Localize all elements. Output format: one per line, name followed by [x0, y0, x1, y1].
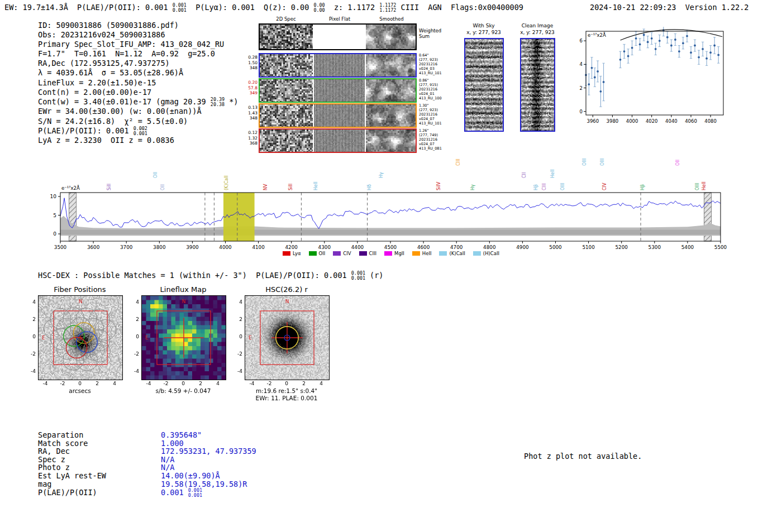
clean-image	[520, 38, 555, 132]
legend-swatch	[384, 251, 392, 256]
svg-text:SiIV: SiIV	[436, 181, 441, 190]
with-sky-coords: x, y: 277, 923	[453, 30, 514, 35]
axis-tick-label: 4	[126, 299, 139, 305]
spec2d-cutout-canvas	[260, 130, 313, 152]
svg-text:NV: NV	[263, 184, 268, 190]
match-value: 14.00(±9.90)Å	[161, 471, 220, 480]
svg-text:4: 4	[580, 61, 583, 67]
axis-tick-label: 0	[22, 334, 36, 339]
match-table-row: P(LAE)/P(OII)0.001 0.0010.001	[38, 488, 256, 498]
svg-text:4040: 4040	[665, 118, 678, 124]
fiber-positions-overlay: NE	[39, 296, 122, 380]
legend-item: CIII	[359, 251, 376, 256]
info-line: P(LAE)/P(OII): 0.001 0.0020.001	[38, 126, 238, 136]
axis-tick-label: -4	[142, 381, 155, 386]
info-line: Cont(w) = 3.40(±0.01)e-17 (gmag 20.39 20…	[38, 97, 238, 107]
legend-swatch	[359, 251, 367, 256]
elixer-report-page: EW: 19.7±14.3Å P(LAE)/P(OII): 0.001 0.00…	[0, 0, 782, 532]
legend-swatch	[283, 251, 290, 256]
header-summary: EW: 19.7±14.3Å P(LAE)/P(OII): 0.001 0.00…	[4, 3, 523, 13]
weighted-pixelflat-blank	[314, 25, 365, 49]
spec2d-row-left-labels: 0.121.32368	[234, 130, 258, 146]
svg-text:E: E	[42, 335, 45, 341]
match-label: Match score	[38, 439, 161, 448]
svg-text:Hβ: Hβ	[533, 184, 538, 190]
svg-text:OII: OII	[160, 184, 165, 190]
legend-swatch	[412, 251, 420, 256]
spec2d-cutout-canvas	[260, 54, 313, 76]
axis-tick-label: -4	[245, 381, 259, 386]
legend-item: HeII	[412, 251, 432, 256]
with-sky-canvas	[465, 39, 503, 131]
spectrum-legend: LyαOIICIVCIIIMgIIHeII(K)CaII(H)CaII	[56, 250, 726, 257]
lineflux-map-title: Lineflux Map	[139, 285, 228, 294]
match-label: P(LAE)/P(OII)	[38, 488, 161, 497]
axis-tick-label: 2	[194, 381, 207, 386]
match-value: 0.395648"	[161, 430, 202, 439]
match-table-row: RA, Dec172.953231, 47.937359	[38, 447, 256, 456]
info-line: F=1.7" T=0.161 N=1.12 A=0.92 g=25.0	[38, 49, 238, 59]
match-value: 19.58(19.58,19.58)R	[161, 480, 247, 488]
hsc-xlabel2: EWr: 11. PLAE: 0.001	[236, 395, 337, 401]
info-line: EWr = 34.00(±30.00) (w: 0.00(±nan))Å	[38, 107, 238, 116]
svg-text:e⁻¹⁷x2Å: e⁻¹⁷x2Å	[61, 185, 80, 191]
match-label: RA, Dec	[38, 447, 161, 456]
match-table: Separation0.395648"Match score1.000RA, D…	[38, 431, 256, 498]
with-sky-title: With Sky	[453, 23, 514, 28]
axis-tick-label: 0	[280, 381, 293, 386]
hsc-dex-summary: HSC-DEX : Possible Matches = 1 (within +…	[38, 271, 384, 281]
axis-tick-label: -2	[159, 381, 173, 386]
emission-line-zoom-plot: 39603980400040204040406040800246e⁻¹⁷x2Å	[578, 27, 735, 124]
axis-tick-label: 0	[126, 334, 139, 339]
axis-tick-label: 0	[177, 381, 190, 386]
match-label: Separation	[38, 431, 161, 439]
axis-tick-label: 2	[22, 317, 36, 322]
svg-text:E: E	[249, 335, 252, 341]
spec2d-cutout-canvas	[260, 104, 313, 127]
match-value: N/A	[161, 455, 174, 464]
pixelflat-canvas	[314, 54, 365, 76]
svg-text:Hγ: Hγ	[470, 184, 475, 190]
spec2d-row	[259, 53, 417, 78]
svg-text:(K)CaII: (K)CaII	[224, 175, 229, 190]
lineflux-map-overlay: NE	[142, 296, 226, 380]
match-label: Est LyA rest-EW	[38, 472, 161, 480]
smoothed-canvas	[366, 79, 416, 102]
spec2d-row-left-labels: 0.281.50348	[234, 55, 258, 71]
svg-text:CIII: CIII	[542, 183, 547, 190]
svg-text:HeII: HeII	[313, 181, 318, 190]
spec2d-row-right-labels: 0.86"(277, 915)20231216v024_01413_RU_100	[419, 78, 447, 100]
hsc-xlabel: m:19.6 re:1.5" s:0.4"	[236, 387, 337, 394]
info-line: LineFlux = 2.20(±1.50)e-15	[38, 78, 238, 88]
svg-text:OIII: OIII	[582, 159, 587, 166]
spec2d-row-right-labels: 0.64"(277, 923)20231216v024_03413_RU_101	[419, 53, 447, 75]
axis-tick-label: -2	[126, 351, 139, 357]
axis-tick-label: 2	[229, 317, 242, 322]
spec2d-cutout-canvas	[260, 79, 313, 102]
svg-text:HeII: HeII	[702, 181, 707, 190]
legend-item: OII	[309, 251, 326, 256]
info-line: Primary Spec_Slot_IFU_AMP: 413_028_042_R…	[38, 40, 238, 49]
with-sky-image	[464, 38, 504, 132]
match-label: Photo z	[38, 463, 161, 472]
match-table-row: Photo zN/A	[38, 463, 256, 472]
match-label: mag	[38, 480, 161, 488]
svg-text:4020: 4020	[646, 118, 658, 124]
info-line: LyA z = 2.3230 OII z = 0.0836	[38, 136, 238, 145]
info-line: Cont(n) = 2.00(±0.00)e-17	[38, 88, 238, 97]
svg-text:0: 0	[53, 231, 56, 237]
pixelflat-canvas	[314, 130, 365, 152]
svg-text:3960: 3960	[586, 118, 599, 124]
info-line: Obs: 20231216v024_5090031886	[38, 30, 238, 40]
axis-tick-label: 4	[108, 381, 121, 386]
info-line: ID: 5090031886 (5090031886.pdf)	[38, 21, 238, 30]
svg-text:CIV: CIV	[602, 183, 607, 190]
match-table-row: mag19.58(19.58,19.58)R	[38, 480, 256, 488]
spec2d-row	[259, 128, 417, 153]
spec2d-col-title-2dspec: 2D Spec	[259, 16, 313, 22]
svg-text:N: N	[182, 299, 186, 304]
svg-text:4080: 4080	[704, 118, 717, 124]
match-label: Spec z	[38, 456, 161, 464]
axis-tick-label: -2	[263, 381, 276, 386]
match-table-row: Spec zN/A	[38, 456, 256, 464]
